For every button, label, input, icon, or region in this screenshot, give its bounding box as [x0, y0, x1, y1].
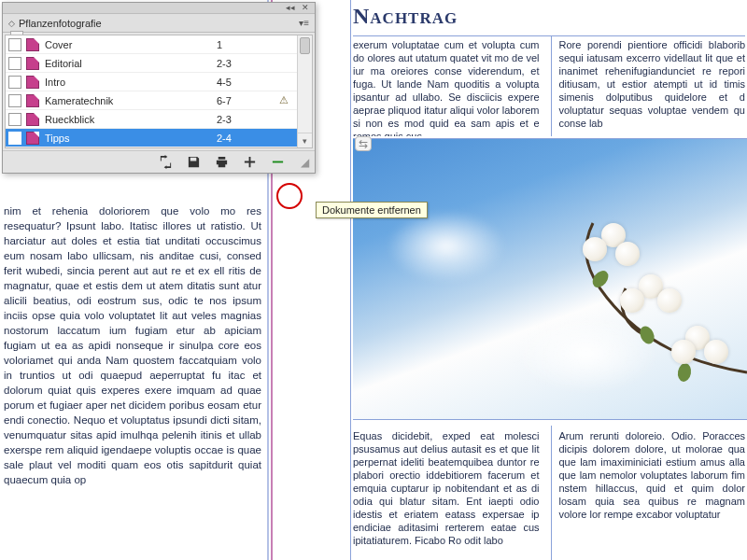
row-checkbox[interactable] [8, 132, 21, 145]
indesign-doc-icon [26, 132, 39, 145]
scrollbar-thumb[interactable] [300, 37, 310, 54]
bottom-column-1: Equas dicidebit, exped eat molesci psusa… [353, 426, 540, 560]
close-icon[interactable]: ✕ [300, 4, 311, 13]
photo-flowers [504, 186, 747, 410]
row-checkbox[interactable] [8, 94, 21, 107]
top-text-columns: exerum voluptatae cum et volupta cum do … [353, 35, 745, 136]
doc-name: Kameratechnik [43, 95, 217, 106]
doc-page-range: 2-3 [217, 114, 273, 125]
panel-tab[interactable]: ◇ Pflanzenfotografie ▾≡ [3, 14, 315, 33]
disclosure-icon[interactable]: ◇ [8, 19, 15, 28]
print-icon[interactable] [212, 154, 231, 171]
document-row[interactable]: Rueckblick2-3 [6, 110, 312, 129]
add-document-icon[interactable] [240, 154, 259, 171]
doc-page-range: 1 [217, 39, 273, 50]
doc-page-range: 2-3 [217, 58, 273, 69]
top-column-1: exerum voluptatae cum et volupta cum do … [353, 36, 540, 136]
doc-name: Tipps [43, 133, 217, 144]
document-row[interactable]: Tipps2-4 [6, 129, 312, 147]
doc-name: Cover [43, 39, 217, 50]
document-list: Cover1Editorial2-3Intro4-5Kameratechnik6… [5, 35, 313, 148]
row-checkbox[interactable] [8, 38, 21, 51]
body-text: nim et rehenia doloriorem que volo mo re… [4, 205, 261, 485]
doc-status-icon: ⚠ [273, 94, 295, 106]
sync-icon[interactable] [156, 154, 175, 171]
remove-document-icon[interactable] [268, 154, 287, 171]
save-icon[interactable] [184, 154, 203, 171]
scroll-down-icon[interactable]: ▾ [298, 133, 312, 147]
bottom-text-columns: Equas dicidebit, exped eat molesci psusa… [353, 426, 745, 560]
right-page: Nachtrag exerum voluptatae cum et volupt… [350, 0, 747, 560]
collapse-icon[interactable]: ◂◂ [285, 4, 296, 13]
tooltip: Dokumente entfernen [316, 202, 428, 218]
book-panel: ◂◂ ✕ ◇ Pflanzenfotografie ▾≡ ▾ Cover1Edi… [2, 2, 316, 174]
doc-name: Rueckblick [43, 114, 217, 125]
indesign-doc-icon [26, 76, 39, 89]
indesign-doc-icon [26, 94, 39, 107]
svg-rect-0 [272, 161, 282, 163]
row-checkbox[interactable] [8, 57, 21, 70]
doc-page-range: 6-7 [217, 95, 273, 106]
bottom-column-2: Arum rerunti doloreio. Odio. Poracces di… [551, 426, 746, 560]
document-row[interactable]: Kameratechnik6-7⚠ [6, 91, 312, 110]
list-scrollbar[interactable]: ▾ [297, 35, 312, 147]
image-frame[interactable] [353, 138, 747, 420]
indesign-doc-icon [26, 57, 39, 70]
panel-footer: ◢ [3, 150, 315, 173]
doc-name: Intro [43, 77, 217, 88]
top-column-2: Rore porendi pientiore officidi blaborib… [551, 36, 746, 136]
panel-title: Pflanzenfotografie [19, 18, 102, 29]
document-row[interactable]: Cover1 [6, 35, 312, 54]
page-heading: Nachtrag [353, 4, 458, 29]
indesign-doc-icon [26, 38, 39, 51]
doc-name: Editorial [43, 58, 217, 69]
row-checkbox[interactable] [8, 113, 21, 126]
doc-page-range: 2-4 [217, 133, 273, 144]
panel-menu-icon[interactable]: ▾≡ [299, 18, 309, 28]
document-row[interactable]: Editorial2-3 [6, 54, 312, 73]
text-thread-icon[interactable]: ⇆ [355, 136, 372, 151]
document-row[interactable]: Intro4-5 [6, 73, 312, 91]
indesign-doc-icon [26, 113, 39, 126]
doc-page-range: 4-5 [217, 77, 273, 88]
resize-grip-icon[interactable]: ◢ [296, 156, 309, 169]
row-checkbox[interactable] [8, 76, 21, 89]
panel-titlebar[interactable]: ◂◂ ✕ [3, 3, 315, 14]
